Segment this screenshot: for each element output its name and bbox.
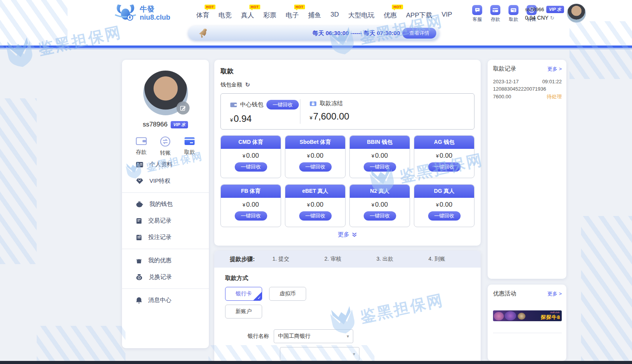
step-review: 2. 审核 xyxy=(324,256,341,263)
nav-item-live[interactable]: HOT 真人 xyxy=(241,8,254,20)
recycle-button[interactable]: 一键回收 xyxy=(364,211,396,221)
balance: 0.94 CNY ↻ xyxy=(525,15,564,21)
central-wallet: 中心钱包 一键回收 ¥0.94 xyxy=(221,94,300,129)
quick-transfer[interactable]: 转账 xyxy=(160,136,171,157)
quick-actions: 存款 转账 取款 xyxy=(122,136,209,157)
recycle-button[interactable]: 一键回收 xyxy=(299,211,332,221)
step-submit: 1. 提交 xyxy=(273,256,290,263)
sidebar-item-my-promos[interactable]: 我的优惠 xyxy=(122,252,209,269)
nav-item-promo[interactable]: HOT 优惠 xyxy=(384,8,397,20)
promo-divider xyxy=(493,333,562,333)
wallet-amount-text: 钱包金额 xyxy=(220,81,242,88)
bull-logo-icon xyxy=(114,3,137,23)
game-wallet-card-ag: AG 钱包 ¥0.00 一键回收 xyxy=(414,135,474,178)
method-new-account-button[interactable]: 新账户 xyxy=(225,305,262,318)
game-wallet-amount: 0.00 xyxy=(246,152,259,159)
next-form-row-cut: ▾ xyxy=(280,347,359,361)
nav-label: 优惠 xyxy=(384,12,397,19)
withdraw-button[interactable]: 取款 xyxy=(507,5,520,23)
currency-symbol: ¥ xyxy=(436,202,439,208)
quick-label: 转账 xyxy=(160,150,171,157)
recycle-button[interactable]: 一键回收 xyxy=(235,162,267,172)
nav-item-arcade[interactable]: 大型电玩 xyxy=(348,8,374,20)
game-wallet-card-n2: N2 真人 ¥0.00 一键回收 xyxy=(349,184,410,227)
check-icon: ✓ xyxy=(258,295,261,300)
brand-name: 牛發 xyxy=(140,5,170,13)
sidebar-item-message-center[interactable]: 消息中心 xyxy=(122,292,209,308)
promotion-banner[interactable]: niu8.club 探探牛8 xyxy=(493,310,562,321)
sidebar-item-profile[interactable]: 个人资料 xyxy=(122,156,209,173)
recycle-all-button[interactable]: 一键回收 xyxy=(266,100,299,110)
withdraw-method-title: 取款方式 xyxy=(225,275,248,282)
page: 牛發 niu8.club HOT 体育 电竞 HOT 真人 彩票 HOT 电子 … xyxy=(0,0,632,364)
deposit-button[interactable]: 存款 xyxy=(488,5,502,23)
profile-vip-badge[interactable]: VIP 水 xyxy=(171,121,188,128)
action-label: 客服 xyxy=(473,16,482,23)
nav-item-lottery[interactable]: 彩票 xyxy=(263,8,276,20)
sidebar-menu: 个人资料 VIP特权 我的钱包 交易记录 xyxy=(122,156,209,308)
step-arrival: 4. 到账 xyxy=(429,256,446,263)
nav-item-3d[interactable]: 3D xyxy=(330,8,339,20)
recycle-button[interactable]: 一键回收 xyxy=(428,162,461,172)
method-bank-card-button[interactable]: 银行卡 ✓ xyxy=(225,287,262,301)
central-wallet-amount: ¥0.94 xyxy=(230,113,300,124)
record-amount: 7600.00 xyxy=(493,93,511,100)
hot-badge: HOT xyxy=(294,5,305,9)
recycle-button[interactable]: 一键回收 xyxy=(364,162,396,172)
brand-logo[interactable]: 牛發 niu8.club xyxy=(114,3,170,23)
user-info: ss78966 VIP 水 0.94 CNY ↻ xyxy=(525,6,564,21)
avatar[interactable] xyxy=(567,3,586,23)
view-details-button[interactable]: 查看详情 xyxy=(402,28,436,39)
method-label: 虚拟币 xyxy=(280,290,296,297)
frozen-wallet-label: 取款冻结 xyxy=(320,100,343,107)
nav-item-sports[interactable]: HOT 体育 xyxy=(196,8,209,20)
quick-deposit[interactable]: 存款 xyxy=(136,136,147,157)
nav-item-app-download[interactable]: APP下载 xyxy=(406,8,432,20)
document-pencil-icon xyxy=(136,234,142,241)
main-nav: HOT 体育 电竞 HOT 真人 彩票 HOT 电子 捕鱼 3D 大型电玩 HO… xyxy=(196,8,452,20)
central-wallet-label: 中心钱包 xyxy=(240,101,263,108)
game-wallet-card-cmd: CMD 体育 ¥0.00 一键回收 xyxy=(220,135,281,178)
quick-label: 存款 xyxy=(136,149,147,156)
wallet-summary-box: 中心钱包 一键回收 ¥0.94 取款冻结 ¥7,600.00 xyxy=(220,93,474,130)
menu-label: 消息中心 xyxy=(148,297,171,304)
recycle-button[interactable]: 一键回收 xyxy=(299,162,332,172)
refresh-balance-icon[interactable]: ↻ xyxy=(550,15,554,21)
nav-item-vip[interactable]: VIP xyxy=(442,8,452,20)
wallet-amount-label: 钱包金额 ↻ xyxy=(220,81,250,88)
sidebar-item-vip[interactable]: VIP特权 xyxy=(122,173,209,189)
game-wallet-name: FB 体育 xyxy=(221,185,281,198)
vip-badge[interactable]: VIP 水 xyxy=(546,6,564,13)
withdraw-record-item[interactable]: 2023-12-17 09:01:22 1208830452220071936 … xyxy=(493,78,562,100)
game-wallet-card-bbin: BBIN 钱包 ¥0.00 一键回收 xyxy=(349,135,410,178)
username: ss78966 xyxy=(525,7,544,12)
quick-withdraw[interactable]: 取款 xyxy=(184,136,195,157)
menu-label: 个人资料 xyxy=(149,161,173,168)
nav-item-esports[interactable]: 电竞 xyxy=(219,8,232,20)
recycle-button[interactable]: 一键回收 xyxy=(235,211,267,221)
next-field-select[interactable]: ▾ xyxy=(280,347,359,361)
customer-service-button[interactable]: 客服 xyxy=(470,5,484,23)
recycle-button[interactable]: 一键回收 xyxy=(428,211,461,221)
game-wallet-name: eBET 真人 xyxy=(285,185,345,198)
promotions-more-link[interactable]: 更多 > xyxy=(547,290,562,297)
nav-item-fishing[interactable]: 捕鱼 xyxy=(308,8,321,20)
banner-figure xyxy=(518,313,525,320)
game-wallet-name: SboBet 体育 xyxy=(285,136,345,149)
profile-username: ss78966 xyxy=(143,121,168,128)
nav-item-slots[interactable]: HOT 电子 xyxy=(286,8,299,20)
quick-label: 取款 xyxy=(184,149,195,156)
records-more-link[interactable]: 更多 > xyxy=(547,66,562,72)
method-crypto-button[interactable]: 虚拟币 xyxy=(269,287,306,301)
sidebar-item-transactions[interactable]: 交易记录 xyxy=(122,212,209,229)
frozen-wallet-amount: ¥7,600.00 xyxy=(310,111,474,122)
withdraw-steps-bar: 提款步骤: 1. 提交 2. 审核 3. 出款 4. 到账 xyxy=(214,251,481,268)
sidebar-item-bet-records[interactable]: 投注记录 xyxy=(122,229,209,246)
edit-avatar-button[interactable] xyxy=(176,101,190,115)
sidebar-item-exchange-records[interactable]: 兑换记录 xyxy=(122,269,209,285)
sidebar-item-my-wallet[interactable]: 我的钱包 xyxy=(122,196,209,212)
more-wallets-button[interactable]: 更多 xyxy=(214,231,481,238)
refresh-wallet-icon[interactable]: ↻ xyxy=(245,81,250,88)
bank-name-select[interactable]: 中国工商银行 ▾ xyxy=(274,329,353,343)
lock-wallet-icon xyxy=(310,101,317,106)
